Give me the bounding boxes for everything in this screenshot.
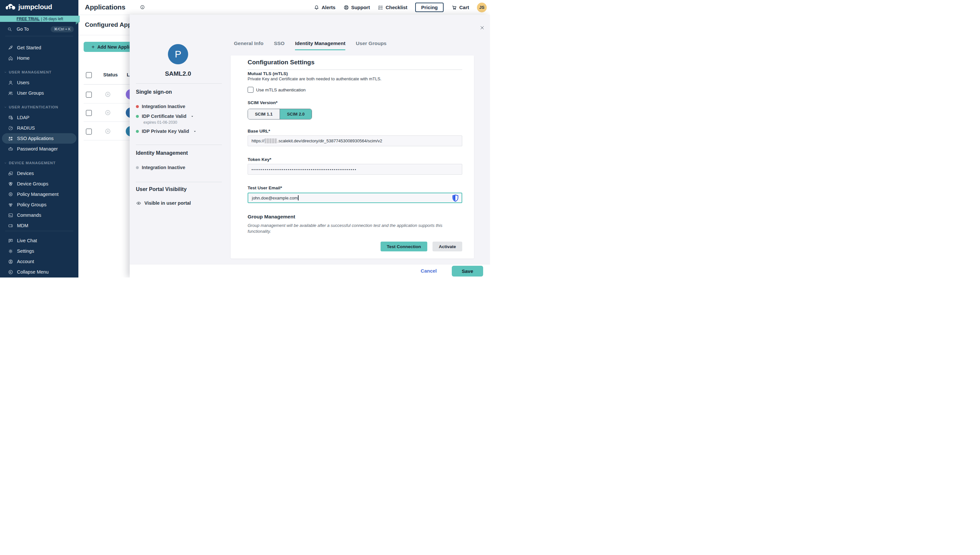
select-all-checkbox[interactable] xyxy=(86,72,92,78)
tab-sso[interactable]: SSO xyxy=(274,40,284,50)
cart-label: Cart xyxy=(459,5,469,10)
goto-label: Go To xyxy=(17,26,51,32)
status-label: IDP Certificate Valid xyxy=(142,114,186,119)
token-key-input[interactable]: ••••••••••••••••••••••••••••••••••••••••… xyxy=(247,164,462,175)
tab-general-info[interactable]: General Info xyxy=(234,40,263,50)
sidebar-item-live-chat[interactable]: Live Chat xyxy=(0,236,79,246)
redacted-subdomain xyxy=(265,138,277,143)
status-dot xyxy=(136,115,139,118)
sidebar-item-label: Get Started xyxy=(17,45,41,50)
password-manager-shield-icon[interactable] xyxy=(452,194,459,203)
pause-status-icon[interactable] xyxy=(104,91,111,98)
section-label: DEVICE MANAGEMENT xyxy=(9,161,56,165)
summary-divider-2 xyxy=(136,144,222,145)
sidebar-section-device-management[interactable]: DEVICE MANAGEMENT xyxy=(0,158,79,168)
section-label: USER MANAGEMENT xyxy=(9,70,51,74)
pause-status-icon[interactable] xyxy=(104,128,111,135)
email-value: john.doe@example.com xyxy=(252,196,297,201)
card-sticky-divider xyxy=(247,69,462,70)
status-sub-label: expires 01-06-2030 xyxy=(143,120,177,125)
cloud-logo-icon xyxy=(5,3,16,11)
caret-down-icon-slot[interactable] xyxy=(190,113,194,119)
base-url-input[interactable]: https://.scalekit.dev/directory/dir_5387… xyxy=(247,135,462,146)
row-checkbox[interactable] xyxy=(86,128,92,135)
sidebar-item-radius[interactable]: RADIUS xyxy=(0,123,79,133)
add-button-label: Add New Applic xyxy=(97,44,132,50)
sidebar-item-settings[interactable]: Settings xyxy=(0,246,79,256)
test-user-email-input[interactable]: john.doe@example.com xyxy=(247,192,462,203)
sidebar-item-label: Devices xyxy=(17,171,34,176)
devices-icon xyxy=(8,171,13,176)
pause-icon xyxy=(104,91,111,98)
sidebar-section-user-management[interactable]: USER MANAGEMENT xyxy=(0,67,79,77)
search-icon xyxy=(7,27,12,32)
sidebar-item-policy-groups[interactable]: Policy Groups xyxy=(0,199,79,210)
pause-status-icon[interactable] xyxy=(104,109,111,116)
sidebar-item-commands[interactable]: Commands xyxy=(0,210,79,220)
free-trial-link[interactable]: FREE TRIAL xyxy=(17,17,40,21)
sidebar-item-password-manager[interactable]: Password Manager xyxy=(0,144,79,154)
sidebar-item-mdm[interactable]: MDM xyxy=(0,220,79,231)
sidebar-item-home[interactable]: Home xyxy=(0,53,79,63)
search-icon-slot xyxy=(7,26,12,32)
cancel-button[interactable]: Cancel xyxy=(419,268,439,274)
trial-days-left: | 26 days left xyxy=(41,17,63,21)
sidebar-section-user-authentication[interactable]: USER AUTHENTICATION xyxy=(0,102,79,112)
status-dot xyxy=(136,130,139,133)
sidebar-item-user-groups[interactable]: User Groups xyxy=(0,88,79,98)
activate-button[interactable]: Activate xyxy=(432,242,462,251)
scim-version-toggle: SCIM 1.1SCIM 2.0 xyxy=(247,109,312,119)
sidebar-item-label: User Groups xyxy=(17,90,44,96)
caret-down-icon-slot[interactable] xyxy=(193,128,197,134)
sidebar-item-device-groups[interactable]: Device Groups xyxy=(0,178,79,189)
row-checkbox[interactable] xyxy=(86,110,92,116)
row-checkbox[interactable] xyxy=(86,92,92,98)
sidebar-item-account[interactable]: Account xyxy=(0,256,79,267)
test-connection-button[interactable]: Test Connection xyxy=(381,242,427,251)
sidebar-item-label: Users xyxy=(17,80,29,85)
sidebar-item-users[interactable]: Users xyxy=(0,77,79,88)
tab-identity-management[interactable]: Identity Management xyxy=(295,40,345,50)
support-button[interactable]: Support xyxy=(343,5,370,10)
application-drawer: P SAML2.0 Single sign-on Integration Ina… xyxy=(130,15,490,278)
sidebar-divider xyxy=(5,36,73,36)
sidebar-item-sso-applications[interactable]: SSO Applications xyxy=(2,133,76,144)
sidebar-item-devices[interactable]: Devices xyxy=(0,168,79,178)
sidebar-item-ldap[interactable]: LDAP xyxy=(0,112,79,123)
sidebar-item-collapse-menu[interactable]: Collapse Menu xyxy=(0,267,79,277)
caret-down-icon xyxy=(190,114,194,119)
policy-groups-icon xyxy=(8,202,13,208)
save-button[interactable]: Save xyxy=(452,266,483,276)
goto-search[interactable]: Go To ⌘/Ctrl + K xyxy=(0,25,79,33)
sidebar-item-label: LDAP xyxy=(17,115,29,120)
info-icon[interactable] xyxy=(140,4,145,10)
summary-divider-3 xyxy=(136,182,222,182)
scim-option-scim-1-1[interactable]: SCIM 1.1 xyxy=(248,109,280,119)
pricing-button[interactable]: Pricing xyxy=(415,3,443,12)
status-item[interactable]: IDP Certificate Valid xyxy=(136,113,194,119)
close-icon[interactable] xyxy=(480,24,485,30)
scim-option-scim-2-0[interactable]: SCIM 2.0 xyxy=(280,109,312,119)
cart-icon xyxy=(451,5,457,10)
sso-apps-icon xyxy=(8,136,13,141)
status-item[interactable]: IDP Private Key Valid xyxy=(136,128,197,134)
goto-shortcut: ⌘/Ctrl + K xyxy=(51,26,74,32)
mtls-checkbox[interactable] xyxy=(247,87,254,93)
tab-user-groups[interactable]: User Groups xyxy=(356,40,386,50)
free-trial-banner[interactable]: FREE TRIAL | 26 days left xyxy=(0,16,80,22)
base-url-prefix: https:// xyxy=(252,138,264,143)
sidebar-item-label: MDM xyxy=(17,223,29,228)
portal-visibility-label: Visible in user portal xyxy=(145,201,191,206)
sidebar-item-label: Commands xyxy=(17,213,41,218)
cart-button[interactable]: Cart xyxy=(451,4,469,10)
group-management-description: Group management will be available after… xyxy=(247,223,458,234)
eye-icon-slot xyxy=(136,200,141,206)
alerts-button[interactable]: Alerts xyxy=(313,5,336,10)
sidebar-item-policy-management[interactable]: Policy Management xyxy=(0,189,79,199)
sidebar-item-label: Policy Management xyxy=(17,192,58,197)
idm-status-heading: Identity Management xyxy=(136,150,188,156)
user-avatar[interactable]: JS xyxy=(477,3,487,13)
sidebar-item-get-started[interactable]: Get Started xyxy=(0,42,79,53)
checklist-button[interactable]: Checklist xyxy=(378,5,407,10)
sidebar-item-label: RADIUS xyxy=(17,125,35,131)
